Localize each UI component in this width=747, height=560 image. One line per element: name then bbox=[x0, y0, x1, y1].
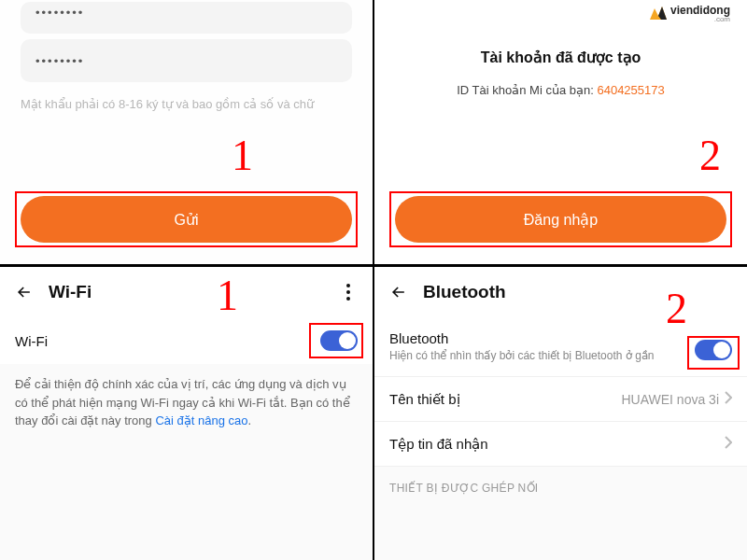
step-number: 1 bbox=[217, 271, 238, 320]
chevron-right-icon bbox=[725, 436, 732, 453]
wifi-header: Wi-Fi bbox=[0, 267, 373, 317]
step-number: 2 bbox=[666, 284, 687, 333]
panel-bluetooth-settings: Bluetooth Bluetooth Hiện có thể nhìn thấ… bbox=[374, 267, 747, 560]
watermark-logo: viendidong.com bbox=[650, 4, 730, 22]
bluetooth-header: Bluetooth bbox=[374, 267, 747, 317]
mi-id-label: ID Tài khoản Mi của bạn: bbox=[457, 83, 597, 97]
svg-point-2 bbox=[346, 297, 350, 301]
wifi-desc-post: . bbox=[248, 413, 252, 427]
svg-point-1 bbox=[346, 290, 350, 294]
back-icon[interactable] bbox=[13, 281, 35, 303]
bluetooth-row-label: Bluetooth bbox=[389, 330, 695, 346]
password-field-2[interactable]: •••••••• bbox=[21, 39, 352, 82]
step-number: 2 bbox=[699, 131, 721, 180]
mi-id-line: ID Tài khoản Mi của bạn: 6404255173 bbox=[395, 83, 726, 97]
bluetooth-header-title: Bluetooth bbox=[423, 282, 734, 302]
mi-id-value: 6404255173 bbox=[597, 83, 664, 97]
device-name-row[interactable]: Tên thiết bị HUAWEI nova 3i bbox=[374, 377, 747, 422]
logo-icon bbox=[650, 7, 667, 20]
wifi-header-title: Wi-Fi bbox=[49, 282, 324, 302]
back-icon[interactable] bbox=[388, 281, 410, 303]
wifi-toggle-highlight bbox=[309, 323, 363, 358]
panel-account-created: viendidong.com Tài khoản đã được tạo ID … bbox=[374, 0, 747, 264]
wifi-description: Để cải thiện độ chính xác của vị trí, cá… bbox=[0, 364, 373, 441]
advanced-settings-link[interactable]: Cài đặt nâng cao bbox=[155, 413, 247, 427]
received-files-label: Tệp tin đã nhận bbox=[389, 436, 725, 453]
wifi-row-label: Wi-Fi bbox=[15, 333, 320, 349]
account-created-title: Tài khoản đã được tạo bbox=[395, 49, 726, 66]
device-name-value: HUAWEI nova 3i bbox=[621, 392, 719, 407]
password-hint: Mật khẩu phải có 8-16 ký tự và bao gồm c… bbox=[21, 95, 352, 114]
chevron-right-icon bbox=[725, 391, 732, 408]
submit-button[interactable]: Gửi bbox=[21, 196, 352, 243]
panel-wifi-settings: Wi-Fi Wi-Fi 1 Để cải thiện độ chính xác … bbox=[0, 267, 373, 560]
login-highlight: Đăng nhập bbox=[389, 191, 732, 247]
panel-create-password: •••••••• •••••••• Mật khẩu phải có 8-16 … bbox=[0, 0, 373, 264]
more-icon[interactable] bbox=[337, 281, 359, 303]
device-name-label: Tên thiết bị bbox=[389, 391, 621, 408]
password-field-1[interactable]: •••••••• bbox=[21, 2, 352, 34]
paired-devices-section: THIẾT BỊ ĐƯỢC GHÉP NỐI bbox=[374, 467, 747, 500]
received-files-row[interactable]: Tệp tin đã nhận bbox=[374, 422, 747, 467]
bluetooth-row-sub: Hiện có thể nhìn thấy bởi các thiết bị B… bbox=[389, 348, 695, 363]
bluetooth-toggle-highlight bbox=[687, 336, 740, 370]
watermark-text: viendidong.com bbox=[670, 4, 730, 22]
svg-point-0 bbox=[346, 284, 350, 287]
submit-highlight: Gửi bbox=[15, 191, 358, 247]
login-button[interactable]: Đăng nhập bbox=[395, 196, 726, 243]
step-number: 1 bbox=[232, 131, 253, 180]
